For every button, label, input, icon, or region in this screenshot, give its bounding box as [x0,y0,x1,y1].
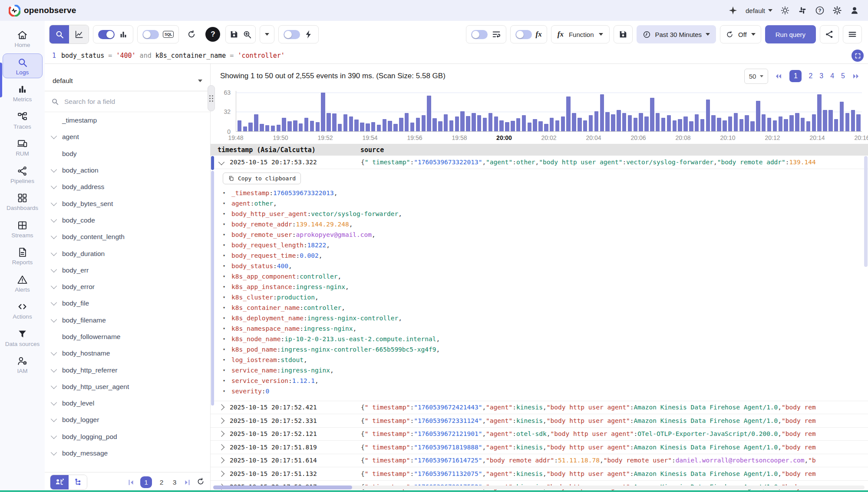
chevron-down-icon[interactable]: ▾ [223,389,231,393]
chevron-down-icon[interactable]: ▾ [223,368,231,372]
chevron-down-icon[interactable] [51,299,57,306]
detail-field-row[interactable]: ▾service_name:ingress-nginx, [223,365,868,376]
log-row[interactable]: 2025-10-15 20:17:51.819{"_timestamp":"17… [211,441,868,454]
histogram-toggle[interactable] [98,30,115,39]
stream-select[interactable]: default [45,71,210,91]
table-left-scrollbar[interactable] [211,171,214,406]
chevron-down-icon[interactable] [51,316,57,322]
log-row[interactable]: 2025-10-15 20:17:51.614{"_timestamp":"17… [211,454,868,468]
chevron-right-icon[interactable] [218,457,224,463]
field-item-body_level[interactable]: body_level [45,395,210,412]
detail-field-row[interactable]: ▾body_request_time:0.002, [223,250,868,261]
results-page-2[interactable]: 2 [809,72,812,80]
saved-search-icon[interactable] [242,30,252,39]
results-page-5[interactable]: 5 [841,72,845,80]
sidebar-item-iam[interactable]: IAM [3,352,43,377]
chevron-down-icon[interactable] [51,416,57,422]
detail-field-row[interactable]: ▾severity:0 [223,386,868,396]
results-page-1[interactable]: 1 [789,70,802,82]
expand-editor-button[interactable] [851,50,864,62]
field-item-body_file[interactable]: body_file [45,295,210,312]
search-mode-button[interactable] [50,25,69,43]
fields-page-3[interactable]: 3 [171,479,178,486]
field-item-body_http_user_agent[interactable]: body_http_user_agent [45,379,210,395]
field-item-body_code[interactable]: body_code [45,212,210,229]
field-item-body_filename[interactable]: body_filename [45,312,210,329]
sidebar-item-actions[interactable]: Actions [3,298,43,323]
chevron-down-icon[interactable]: ▾ [223,347,231,352]
run-query-button[interactable]: Run query [765,25,816,43]
page-size-select[interactable]: 50 [744,69,769,84]
prev-pages-icon[interactable] [774,72,782,80]
detail-field-row[interactable]: ▾k8s_app_component:controller, [223,271,868,282]
chevron-down-icon[interactable] [51,249,57,256]
table-right-scrollbar[interactable] [864,156,868,267]
chevron-down-icon[interactable] [51,266,57,273]
chevron-right-icon[interactable] [218,404,224,410]
chevron-down-icon[interactable] [51,133,57,139]
field-item-body[interactable]: body [45,146,210,162]
results-page-3[interactable]: 3 [819,72,823,80]
histogram-chart[interactable]: 63 32 0 19:4819:5019:5219:5419:5619:5820… [211,88,868,144]
detail-field-row[interactable]: ▾_timestamp:1760539673322013, [223,188,868,198]
field-item-body_duration[interactable]: body_duration [45,245,210,262]
sidebar-item-home[interactable]: Home [3,26,43,51]
field-item-body_error[interactable]: body_error [45,279,210,295]
function-select[interactable]: fx Function [551,25,610,43]
chevron-right-icon[interactable] [218,431,224,437]
organization-select[interactable]: default [746,7,772,14]
chevron-down-icon[interactable]: ▾ [223,274,231,279]
chevron-down-icon[interactable]: ▾ [223,190,231,195]
detail-field-row[interactable]: ▾agent:other, [223,198,868,209]
detail-field-row[interactable]: ▾k8s_node_name:ip-10-2-0-213.us-east-2.c… [223,334,868,344]
detail-field-row[interactable]: ▾k8s_container_name:controller, [223,303,868,313]
chevron-down-icon[interactable] [51,449,57,455]
field-item-body_http_referrer[interactable]: body_http_referrer [45,362,210,378]
more-menu-button[interactable] [843,25,862,43]
chevron-down-icon[interactable]: ▾ [223,316,231,320]
field-item-body_method[interactable]: body_method [45,462,210,466]
sql-mode-toggle[interactable] [142,30,159,39]
chevron-down-icon[interactable]: ▾ [223,201,231,206]
function-toggle[interactable] [515,30,532,39]
sidebar-item-traces[interactable]: Traces [3,108,43,133]
chevron-down-icon[interactable] [51,166,57,173]
chevron-down-icon[interactable] [218,159,224,165]
detail-field-row[interactable]: ▾k8s_namespace_name:ingress-nginx, [223,323,868,334]
query-editor[interactable]: 1 body_status = '400' and k8s_container_… [45,48,868,64]
chevron-down-icon[interactable]: ▾ [223,211,231,216]
fields-user-schema-button[interactable] [50,475,69,489]
field-item-body_followername[interactable]: body_followername [45,329,210,345]
sidebar-item-alerts[interactable]: Alerts [3,271,43,296]
chevron-down-icon[interactable] [51,433,57,439]
results-page-4[interactable]: 4 [830,72,834,80]
auto-refresh-select[interactable]: Off [720,25,761,43]
saved-views-dropdown[interactable] [260,25,274,43]
chevron-down-icon[interactable]: ▾ [223,305,231,310]
chevron-right-icon[interactable] [218,418,224,424]
sidebar-item-dashboards[interactable]: Dashboards [3,189,43,214]
field-search-input[interactable] [63,97,204,106]
chevron-down-icon[interactable]: ▾ [223,326,231,331]
fields-page-2[interactable]: 2 [158,479,165,486]
field-item-body_address[interactable]: body_address [45,179,210,195]
next-pages-icon[interactable] [852,72,860,80]
sparkle-icon[interactable] [728,6,738,15]
time-range-select[interactable]: Past 30 Minutes [637,25,716,43]
chevron-down-icon[interactable] [51,233,57,239]
field-item-body_hostname[interactable]: body_hostname [45,345,210,362]
settings-gear-icon[interactable] [832,6,842,15]
slack-icon[interactable] [798,6,807,15]
chevron-down-icon[interactable]: ▾ [223,263,231,268]
detail-field-row[interactable]: ▾k8s_app_instance:ingress-nginx, [223,282,868,292]
sidebar-item-streams[interactable]: Streams [3,216,43,242]
log-row[interactable]: 2025-10-15 20:17:52.121{"_timestamp":"17… [211,428,868,441]
chevron-down-icon[interactable] [51,216,57,223]
share-button[interactable] [820,25,839,43]
log-row-expanded[interactable]: 2025-10-15 20:17:53.322{"_timestamp":"17… [211,156,868,169]
panel-resize-handle[interactable] [208,85,215,111]
help-icon[interactable]: ? [815,6,825,15]
field-item-body_err[interactable]: body_err [45,262,210,279]
detail-field-row[interactable]: ▾body_remote_addr:139.144.29.248, [223,219,868,229]
refresh-fields-button[interactable] [196,477,205,488]
